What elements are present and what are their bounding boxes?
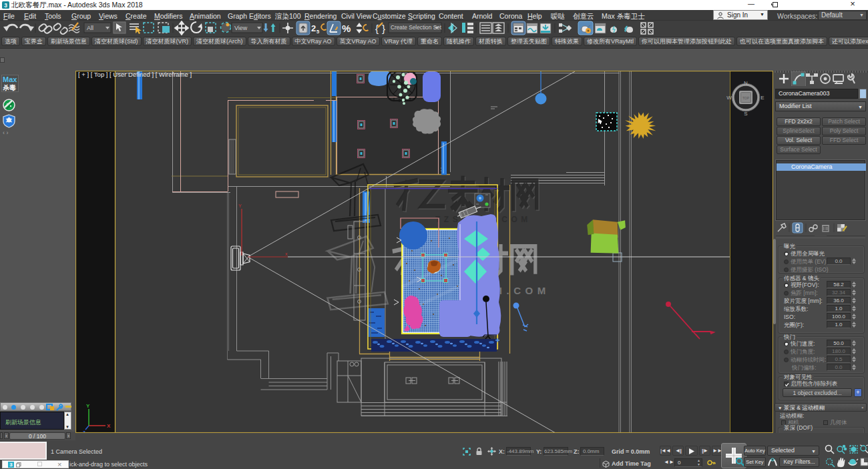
- svg-text:All: All: [87, 25, 93, 31]
- svg-text:2: 2: [311, 23, 316, 33]
- svg-text:5: 5: [316, 29, 319, 35]
- svg-text:Y: Y: [238, 203, 242, 208]
- svg-text:X: X: [107, 423, 111, 429]
- svg-text:3: 3: [4, 3, 7, 9]
- svg-text:View: View: [234, 25, 248, 31]
- svg-text:W: W: [726, 95, 732, 101]
- svg-text:x: x: [285, 252, 288, 256]
- svg-text:TOP: TOP: [742, 96, 750, 100]
- svg-text:%: %: [342, 23, 351, 34]
- svg-text:E: E: [761, 95, 764, 101]
- svg-text:{: {: [375, 23, 379, 34]
- svg-text:Create Selection Set: Create Selection Set: [391, 24, 442, 31]
- svg-text:Y: Y: [86, 403, 90, 409]
- svg-text:[ + ] [ Top ] [ User Defined ]: [ + ] [ Top ] [ User Defined ] [ Wirefra…: [78, 71, 192, 78]
- svg-text:}: }: [382, 23, 385, 34]
- svg-text:N: N: [744, 80, 748, 86]
- svg-text:S: S: [744, 111, 747, 117]
